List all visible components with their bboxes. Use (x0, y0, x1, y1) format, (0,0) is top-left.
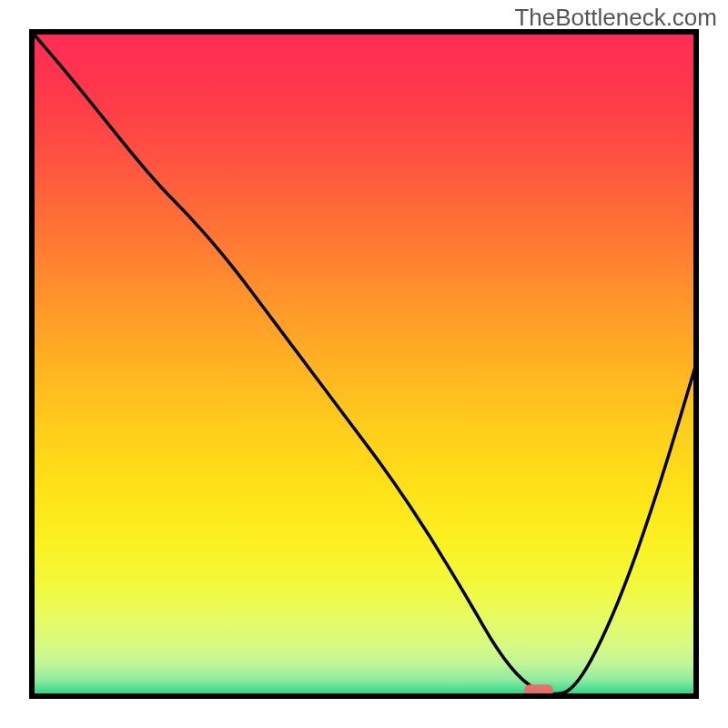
plot-background (32, 32, 696, 696)
chart-container: { "watermark": "TheBottleneck.com", "cha… (0, 0, 728, 728)
watermark-text: TheBottleneck.com (514, 4, 717, 32)
bottleneck-chart (0, 0, 728, 728)
